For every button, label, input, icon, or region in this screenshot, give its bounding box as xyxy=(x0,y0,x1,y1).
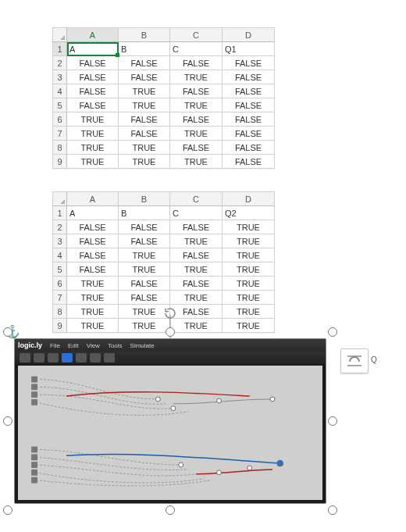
cell[interactable]: FALSE xyxy=(67,56,119,70)
cell[interactable]: FALSE xyxy=(67,220,119,234)
cell[interactable]: FALSE xyxy=(119,220,170,234)
cell[interactable]: FALSE xyxy=(223,70,275,84)
grid[interactable]: A B C D 1 A B C Q1 2 FALSE FALSE FALSE F… xyxy=(52,27,275,169)
cell[interactable]: TRUE xyxy=(67,112,119,127)
resize-handle-sw[interactable] xyxy=(3,505,12,515)
row-header-4[interactable]: 4 xyxy=(53,84,67,98)
cell[interactable]: FALSE xyxy=(119,112,170,127)
cell[interactable]: TRUE xyxy=(223,262,275,277)
row-header-9[interactable]: 9 xyxy=(53,319,67,333)
cell[interactable]: A xyxy=(67,206,119,220)
cell[interactable]: TRUE xyxy=(119,84,170,98)
col-header-C[interactable]: C xyxy=(170,28,223,42)
resize-handle-ne[interactable] xyxy=(328,327,337,337)
row-header-8[interactable]: 8 xyxy=(53,305,67,319)
cell[interactable]: FALSE xyxy=(223,84,275,98)
tool-button[interactable] xyxy=(104,353,115,362)
resize-handle-se[interactable] xyxy=(328,505,337,515)
cell[interactable]: FALSE xyxy=(223,56,275,70)
cell[interactable]: TRUE xyxy=(170,70,223,84)
row-header-3[interactable]: 3 xyxy=(53,70,67,84)
cell[interactable]: FALSE xyxy=(119,234,170,248)
cell[interactable]: TRUE xyxy=(223,277,275,291)
cell[interactable]: FALSE xyxy=(170,277,223,291)
cell[interactable]: TRUE xyxy=(170,127,223,141)
cell[interactable]: B xyxy=(119,42,170,56)
col-header-D[interactable]: D xyxy=(223,192,275,206)
cell[interactable]: TRUE xyxy=(223,220,275,234)
cell[interactable]: TRUE xyxy=(170,98,223,112)
tool-button[interactable] xyxy=(34,353,45,362)
cell[interactable]: TRUE xyxy=(67,277,119,291)
cell[interactable]: FALSE xyxy=(170,141,223,155)
cell[interactable]: TRUE xyxy=(67,305,119,319)
cell[interactable]: TRUE xyxy=(67,291,119,305)
cell[interactable]: TRUE xyxy=(67,141,119,155)
menu-simulate[interactable]: Simulate xyxy=(130,342,155,349)
cell[interactable]: TRUE xyxy=(223,248,275,262)
layout-options-button[interactable]: Q xyxy=(340,348,369,373)
cell[interactable]: FALSE xyxy=(223,155,275,169)
cell[interactable]: TRUE xyxy=(223,234,275,248)
cell[interactable]: TRUE xyxy=(170,234,223,248)
col-header-C[interactable]: C xyxy=(170,192,223,206)
cell[interactable]: FALSE xyxy=(170,56,223,70)
cell[interactable]: C xyxy=(170,42,223,56)
cell[interactable]: TRUE xyxy=(170,262,223,277)
cell[interactable]: FALSE xyxy=(223,98,275,112)
col-header-D[interactable]: D xyxy=(223,28,275,42)
row-header-1[interactable]: 1 xyxy=(53,42,67,56)
cell[interactable]: FALSE xyxy=(170,84,223,98)
row-header-8[interactable]: 8 xyxy=(53,141,67,155)
menu-view[interactable]: View xyxy=(87,342,100,349)
cell[interactable]: TRUE xyxy=(170,291,223,305)
tool-button[interactable] xyxy=(76,353,87,362)
cell[interactable]: TRUE xyxy=(67,127,119,141)
tool-button[interactable] xyxy=(48,353,59,362)
cell[interactable]: FALSE xyxy=(67,98,119,112)
row-header-5[interactable]: 5 xyxy=(53,262,67,277)
cell[interactable]: TRUE xyxy=(223,305,275,319)
row-header-1[interactable]: 1 xyxy=(53,206,67,220)
cell[interactable]: C xyxy=(170,206,223,220)
tool-button[interactable] xyxy=(20,353,30,362)
select-all-corner[interactable] xyxy=(53,28,67,42)
circuit-canvas[interactable] xyxy=(18,366,322,500)
resize-handle-s[interactable] xyxy=(166,505,175,515)
row-header-4[interactable]: 4 xyxy=(53,248,67,262)
cell[interactable]: TRUE xyxy=(119,98,170,112)
cell[interactable]: FALSE xyxy=(170,248,223,262)
cell[interactable]: TRUE xyxy=(170,155,223,169)
cell[interactable]: FALSE xyxy=(170,112,223,127)
cell[interactable]: FALSE xyxy=(119,56,170,70)
col-header-B[interactable]: B xyxy=(119,28,170,42)
menu-file[interactable]: File xyxy=(50,342,60,349)
cell[interactable]: TRUE xyxy=(67,319,119,333)
row-header-5[interactable]: 5 xyxy=(53,98,67,112)
cell[interactable]: FALSE xyxy=(67,248,119,262)
cell[interactable]: FALSE xyxy=(67,262,119,277)
cell[interactable]: TRUE xyxy=(223,291,275,305)
cell[interactable]: TRUE xyxy=(119,155,170,169)
cell[interactable]: TRUE xyxy=(67,155,119,169)
cell[interactable]: FALSE xyxy=(223,141,275,155)
cell[interactable]: TRUE xyxy=(223,319,275,333)
cell[interactable]: A xyxy=(67,42,119,56)
row-header-2[interactable]: 2 xyxy=(53,220,67,234)
cell[interactable]: Q1 xyxy=(223,42,275,56)
cell[interactable]: FALSE xyxy=(119,127,170,141)
row-header-6[interactable]: 6 xyxy=(53,112,67,127)
rotate-handle[interactable] xyxy=(162,305,178,321)
menu-edit[interactable]: Edit xyxy=(68,342,79,349)
tool-button-active[interactable] xyxy=(62,353,73,362)
cell[interactable]: FALSE xyxy=(119,291,170,305)
row-header-3[interactable]: 3 xyxy=(53,234,67,248)
resize-handle-nw[interactable] xyxy=(3,327,12,337)
cell[interactable]: FALSE xyxy=(223,112,275,127)
cell[interactable]: B xyxy=(119,206,170,220)
cell[interactable]: FALSE xyxy=(119,70,170,84)
cell[interactable]: FALSE xyxy=(67,84,119,98)
cell[interactable]: FALSE xyxy=(170,220,223,234)
embedded-object[interactable]: ⚓ logic.ly File Edit View Tools Simulate xyxy=(8,332,333,510)
col-header-A[interactable]: A xyxy=(67,192,119,206)
